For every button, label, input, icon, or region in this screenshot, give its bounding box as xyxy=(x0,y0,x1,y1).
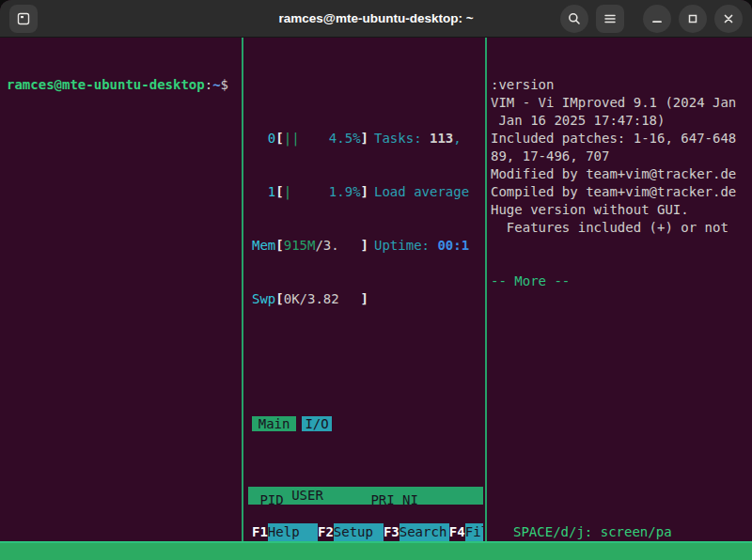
bracket: [ xyxy=(275,290,283,308)
vim-text-line: Features included (+) or not xyxy=(491,219,750,237)
minimize-icon xyxy=(650,11,665,26)
memory-meter: Mem[915M/3.] xyxy=(252,237,368,255)
vim-text-line: :version xyxy=(491,76,750,94)
bracket: ] xyxy=(361,130,368,148)
cpu1-bars: | xyxy=(284,183,291,201)
tab-io[interactable]: I/O xyxy=(302,416,332,431)
vim-text-line: Included patches: 1-16, 647-648 xyxy=(491,130,750,148)
cpu0-meter: 0[||4.5%] xyxy=(252,130,368,148)
bracket: [ xyxy=(275,237,283,255)
load-stat: Load average xyxy=(374,183,469,201)
search-icon xyxy=(567,11,582,26)
tab-overview-button[interactable] xyxy=(9,5,38,33)
memory-label: Mem xyxy=(252,237,275,255)
htop-meters: 0[||4.5%] Tasks: 113, 1[|1.9%] Load aver… xyxy=(252,94,483,344)
prompt-user-host: ramces@mte-ubuntu-desktop xyxy=(7,77,205,92)
fkey-f4: F4 xyxy=(449,524,465,539)
terminal-content: ramces@mte-ubuntu-desktop:~$ 0[||4.5%] T… xyxy=(0,38,752,560)
memory-meter-row: Mem[915M/3.] Uptime: 00:1 xyxy=(252,237,483,255)
shell-prompt: ramces@mte-ubuntu-desktop:~$ xyxy=(7,76,240,94)
cpu1-percent: 1.9% xyxy=(329,183,361,201)
vim-text-line: 89, 17-496, 707 xyxy=(491,148,750,165)
uptime-value: 00:1 xyxy=(437,238,469,253)
minimize-button[interactable] xyxy=(643,5,671,33)
hamburger-menu-icon xyxy=(603,11,618,26)
menu-button[interactable] xyxy=(596,5,624,33)
tab-main[interactable]: Main xyxy=(252,416,296,431)
bracket: [ xyxy=(275,130,283,148)
column-pid[interactable]: PID xyxy=(252,491,284,509)
headerbar: ramces@mte-ubuntu-desktop: ~ xyxy=(0,0,752,38)
tmux-status-bar: [0] 0:vim* "mte-ubuntu-desktop" 11:24 29… xyxy=(0,541,752,560)
cpu0-bars: || xyxy=(284,130,300,148)
maximize-button[interactable] xyxy=(679,5,707,33)
fkey-f2: F2 xyxy=(318,524,334,539)
cpu0-percent: 4.5% xyxy=(329,130,361,148)
shell-pane[interactable]: ramces@mte-ubuntu-desktop:~$ xyxy=(7,40,240,541)
fkey-action-fil[interactable]: Fil xyxy=(465,523,483,541)
maximize-icon xyxy=(685,11,700,26)
vim-text-line: Compiled by team+vim@tracker.de xyxy=(491,183,750,201)
htop-function-key-bar: F1HelpF2SetupF3SearchF4Fil xyxy=(252,523,483,541)
fkey-f1: F1 xyxy=(252,524,268,539)
tasks-stat: Tasks: 113, xyxy=(374,130,462,148)
close-button[interactable] xyxy=(714,5,743,33)
bracket: ] xyxy=(361,290,368,308)
swap-meter: Swp[0K/3.82] xyxy=(252,290,368,308)
uptime-stat: Uptime: 00:1 xyxy=(374,237,469,255)
prompt-path: ~ xyxy=(212,77,220,92)
cpu0-meter-row: 0[||4.5%] Tasks: 113, xyxy=(252,130,483,148)
vim-pane[interactable]: :versionVIM - Vi IMproved 9.1 (2024 Jan … xyxy=(491,40,750,541)
window-title: ramces@mte-ubuntu-desktop: ~ xyxy=(278,11,473,25)
cpu1-meter-row: 1[|1.9%] Load average xyxy=(252,183,483,201)
fkey-action-search[interactable]: Search xyxy=(400,523,449,541)
terminal-window: ramces@mte-ubuntu-desktop: ~ xyxy=(0,0,752,560)
process-table-header[interactable]: PIDUSERPRINIV xyxy=(248,487,483,505)
vim-more-prompt: -- More -- xyxy=(491,272,750,290)
pane-border-right[interactable] xyxy=(485,38,487,541)
bracket: ] xyxy=(361,237,368,255)
fkey-action-setup[interactable]: Setup xyxy=(334,523,384,541)
cpu1-label: 1 xyxy=(252,183,275,201)
swap-meter-row: Swp[0K/3.82] xyxy=(252,290,483,308)
fkey-f3: F3 xyxy=(384,524,400,539)
tasks-suffix: , xyxy=(453,131,461,146)
vim-text-line: Jan 16 2025 17:47:18) xyxy=(491,112,750,130)
bracket: ] xyxy=(361,183,368,201)
prompt-colon: : xyxy=(205,77,212,92)
memory-total: /3. xyxy=(315,238,338,253)
column-virt[interactable]: V xyxy=(418,491,466,509)
search-button[interactable] xyxy=(560,5,588,33)
prompt-symbol: $ xyxy=(221,77,228,92)
vim-text-line: Huge version without GUI. xyxy=(491,201,750,219)
fkey-action-help[interactable]: Help xyxy=(268,523,318,541)
column-pri[interactable]: PRI xyxy=(370,491,394,509)
cpu1-meter: 1[|1.9%] xyxy=(252,183,368,201)
uptime-label: Uptime: xyxy=(374,238,437,253)
swap-label: Swp xyxy=(252,290,275,308)
vim-output: :versionVIM - Vi IMproved 9.1 (2024 Jan … xyxy=(491,76,750,237)
cpu0-label: 0 xyxy=(252,130,275,148)
vim-text-line: VIM - Vi IMproved 9.1 (2024 Jan xyxy=(491,94,750,112)
column-user[interactable]: USER xyxy=(291,487,370,505)
vim-more-hint: SPACE/d/j: screen/pa xyxy=(513,523,672,541)
tab-overview-icon xyxy=(16,11,31,26)
pane-border-left[interactable] xyxy=(242,38,243,541)
htop-tab-bar: MainI/O xyxy=(252,415,483,433)
htop-pane[interactable]: 0[||4.5%] Tasks: 113, 1[|1.9%] Load aver… xyxy=(248,40,483,541)
load-label: Load average xyxy=(374,184,469,199)
swap-value: 0K/3.82 xyxy=(284,290,339,308)
tasks-value: 113 xyxy=(430,131,453,146)
memory-used: 915M xyxy=(284,238,316,253)
close-icon xyxy=(721,11,736,26)
bracket: [ xyxy=(275,183,283,201)
tasks-label: Tasks: xyxy=(374,131,430,146)
column-ni[interactable]: NI xyxy=(395,491,418,509)
vim-text-line: Modified by team+vim@tracker.de xyxy=(491,165,750,183)
